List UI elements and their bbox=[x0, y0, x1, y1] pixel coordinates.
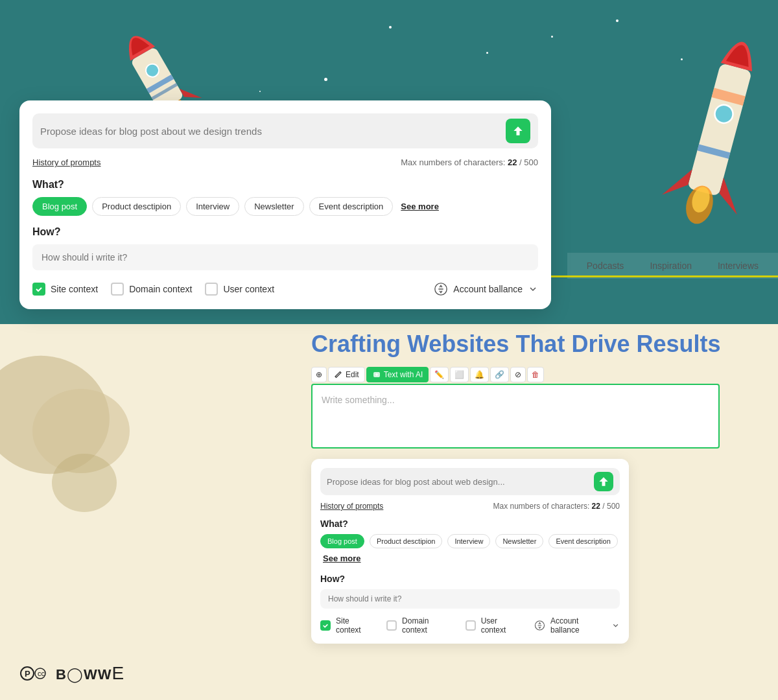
star-decoration bbox=[486, 52, 488, 54]
bowwe-logo: P cc B◯WWE bbox=[19, 663, 124, 684]
mini-domain-checkbox-box bbox=[386, 620, 397, 631]
check-icon bbox=[35, 285, 43, 293]
mini-submit-button[interactable] bbox=[594, 472, 613, 491]
site-context-checkbox-box bbox=[32, 283, 45, 296]
history-link[interactable]: History of prompts bbox=[32, 158, 100, 167]
account-balance-label: Account ballance bbox=[453, 284, 523, 294]
user-context-checkbox-box bbox=[205, 283, 218, 296]
mini-what-label: What? bbox=[320, 519, 620, 529]
toolbar-add-button[interactable]: ⊕ bbox=[311, 367, 327, 382]
domain-context-checkbox[interactable]: Domain context bbox=[111, 283, 192, 296]
site-context-checkbox[interactable]: Site context bbox=[32, 283, 98, 296]
bowwe-logo-icon: P cc bbox=[19, 664, 52, 683]
nav-item-podcasts[interactable]: Podcasts bbox=[587, 261, 624, 271]
site-context-label: Site context bbox=[51, 284, 98, 294]
ai-icon bbox=[372, 370, 381, 379]
chip-blog-post[interactable]: Blog post bbox=[32, 197, 87, 216]
bottom-content-area: Crafting Websites That Drive Results ⊕ E… bbox=[311, 331, 778, 644]
mini-site-checkbox-box bbox=[320, 620, 331, 631]
mini-prompt-modal: History of prompts Max numbers of charac… bbox=[311, 459, 629, 644]
mini-check-icon bbox=[322, 622, 329, 629]
edit-icon bbox=[334, 370, 343, 379]
chip-event-description[interactable]: Event description bbox=[309, 197, 394, 216]
toolbar-delete-button[interactable]: 🗑 bbox=[527, 367, 544, 382]
right-nav: Podcasts Inspiration Interviews bbox=[567, 253, 778, 279]
mini-chip-blog-post[interactable]: Blog post bbox=[320, 534, 364, 548]
mini-how-input[interactable] bbox=[320, 589, 620, 609]
domain-context-label: Domain context bbox=[129, 284, 192, 294]
mini-see-more-link[interactable]: See more bbox=[323, 554, 361, 563]
mini-how-label: How? bbox=[320, 574, 620, 584]
see-more-link[interactable]: See more bbox=[401, 202, 439, 211]
mini-chip-event[interactable]: Event description bbox=[548, 534, 617, 548]
mini-chip-interview[interactable]: Interview bbox=[447, 534, 490, 548]
mini-context-checkboxes-row: Site context Domain context User context… bbox=[320, 616, 620, 635]
mini-site-context-checkbox[interactable]: Site context bbox=[320, 616, 373, 635]
mini-prompt-input-container bbox=[320, 468, 620, 495]
chip-newsletter[interactable]: Newsletter bbox=[244, 197, 303, 216]
chip-product-description[interactable]: Product desctipion bbox=[92, 197, 181, 216]
how-input[interactable] bbox=[32, 244, 538, 270]
chip-interview[interactable]: Interview bbox=[186, 197, 239, 216]
how-label: How? bbox=[32, 226, 538, 238]
rocket-right-decoration bbox=[661, 0, 778, 259]
mini-user-checkbox-box bbox=[466, 620, 476, 631]
svg-text:cc: cc bbox=[38, 670, 45, 677]
meta-row: History of prompts Max numbers of charac… bbox=[32, 158, 538, 167]
nav-underline bbox=[519, 275, 778, 277]
mini-domain-context-checkbox[interactable]: Domain context bbox=[386, 616, 453, 635]
arrow-up-icon bbox=[512, 124, 525, 137]
nav-item-interviews[interactable]: Interviews bbox=[718, 261, 759, 271]
mini-account-balance-button[interactable]: Account ballance bbox=[534, 616, 620, 635]
mini-account-balance-icon bbox=[534, 620, 545, 631]
account-balance-icon bbox=[434, 282, 448, 296]
user-context-checkbox[interactable]: User context bbox=[205, 283, 274, 296]
main-prompt-modal: Propose ideas for blog post about we des… bbox=[19, 100, 551, 309]
star-decoration bbox=[389, 26, 392, 29]
mini-user-label: User context bbox=[481, 616, 521, 635]
toolbar-link-button[interactable]: 🔗 bbox=[490, 367, 509, 382]
mini-chip-newsletter[interactable]: Newsletter bbox=[495, 534, 543, 548]
mini-account-balance-label: Account ballance bbox=[550, 616, 606, 635]
star-decoration bbox=[681, 58, 683, 60]
mini-char-count: Max numbers of characters: 22 / 500 bbox=[493, 502, 620, 511]
star-decoration bbox=[551, 36, 553, 38]
mini-meta-row: History of prompts Max numbers of charac… bbox=[320, 502, 620, 511]
mini-site-label: Site context bbox=[336, 616, 373, 635]
star-decoration bbox=[324, 78, 327, 81]
mini-domain-label: Domain context bbox=[402, 616, 453, 635]
domain-context-checkbox-box bbox=[111, 283, 124, 296]
toolbar-bell-button[interactable]: 🔔 bbox=[470, 367, 489, 382]
what-label: What? bbox=[32, 179, 538, 191]
mini-chevron-down-icon bbox=[611, 621, 620, 630]
mini-history-link[interactable]: History of prompts bbox=[320, 502, 383, 511]
prompt-input[interactable]: Propose ideas for blog post about we des… bbox=[40, 126, 499, 137]
context-checkboxes-row: Site context Domain context User context… bbox=[32, 282, 538, 296]
editor-toolbar: ⊕ Edit Text with AI ✏️ ⬜ 🔔 🔗 ⊘ 🗑 bbox=[311, 367, 778, 382]
mini-arrow-up-icon bbox=[597, 475, 610, 488]
bowwe-logo-text: B◯WWE bbox=[56, 663, 124, 684]
toolbar-pencil-button[interactable]: ✏️ bbox=[430, 367, 449, 382]
chevron-down-icon bbox=[528, 284, 538, 294]
user-context-label: User context bbox=[223, 284, 274, 294]
svg-rect-6 bbox=[687, 63, 752, 196]
editor-content-area[interactable]: Write something... bbox=[311, 384, 720, 449]
svg-text:P: P bbox=[25, 669, 30, 679]
toolbar-text-ai-button[interactable]: Text with AI bbox=[366, 367, 429, 382]
what-chips-row: Blog post Product desctipion Interview N… bbox=[32, 197, 538, 216]
prompt-input-container: Propose ideas for blog post about we des… bbox=[32, 113, 538, 148]
mini-chip-product[interactable]: Product desctipion bbox=[370, 534, 443, 548]
submit-button[interactable] bbox=[506, 119, 530, 143]
mini-user-context-checkbox[interactable]: User context bbox=[466, 616, 521, 635]
mini-prompt-input[interactable] bbox=[327, 477, 587, 487]
star-decoration bbox=[259, 91, 261, 92]
star-decoration bbox=[616, 19, 619, 22]
toolbar-copy-button[interactable]: ⬜ bbox=[450, 367, 469, 382]
nav-item-inspiration[interactable]: Inspiration bbox=[650, 261, 692, 271]
blob-decoration bbox=[52, 454, 117, 512]
toolbar-edit-button[interactable]: Edit bbox=[328, 367, 365, 382]
char-count: Max numbers of characters: 22 / 500 bbox=[401, 158, 538, 167]
toolbar-block-button[interactable]: ⊘ bbox=[510, 367, 526, 382]
page-title: Crafting Websites That Drive Results bbox=[311, 331, 778, 358]
account-balance-button[interactable]: Account ballance bbox=[434, 282, 538, 296]
